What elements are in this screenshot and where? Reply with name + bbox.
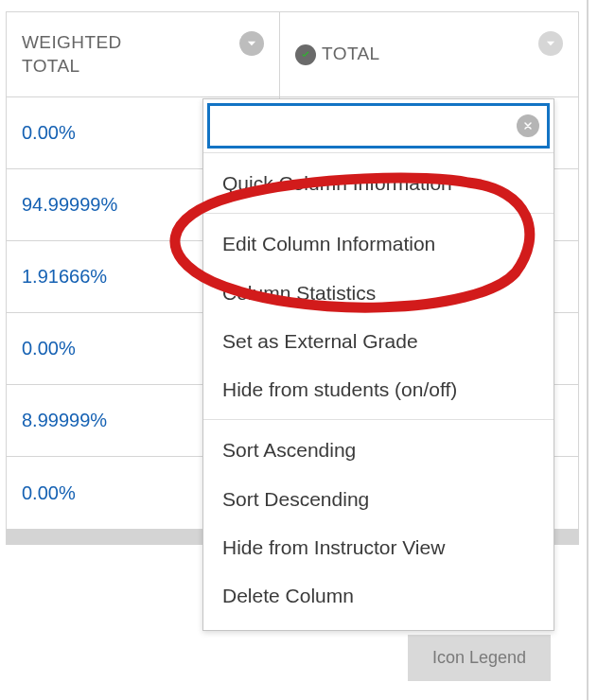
menu-item-delete-col[interactable]: Delete Column: [203, 571, 554, 620]
menu-item-set-external[interactable]: Set as External Grade: [203, 317, 554, 365]
col-header-label: TOTAL: [322, 43, 379, 66]
col-header-total: TOTAL: [280, 12, 578, 96]
menu-group: Quick Column Information: [203, 152, 554, 213]
col-header-label: WEIGHTED TOTAL: [22, 31, 173, 78]
menu-group: Sort Ascending Sort Descending Hide from…: [203, 419, 554, 625]
grade-value[interactable]: 0.00%: [22, 482, 76, 504]
column-menu-button-total[interactable]: [538, 31, 563, 56]
column-context-menu: Quick Column Information Edit Column Inf…: [202, 98, 554, 631]
grade-value[interactable]: 0.00%: [22, 338, 76, 359]
header-row: WEIGHTED TOTAL TOTAL: [7, 12, 578, 97]
icon-legend-button[interactable]: Icon Legend: [408, 635, 551, 681]
menu-item-sort-desc[interactable]: Sort Descending: [203, 475, 554, 523]
column-menu-button-weighted[interactable]: [239, 31, 264, 56]
menu-item-hide-instructor[interactable]: Hide from Instructor View: [203, 523, 554, 571]
menu-search-input[interactable]: [207, 103, 550, 149]
menu-item-quick-col-info[interactable]: Quick Column Information: [203, 159, 554, 207]
menu-group: Edit Column Information Column Statistic…: [203, 213, 554, 419]
external-grade-check-icon: [295, 44, 316, 65]
close-icon: [522, 120, 534, 131]
col-header-weighted-total: WEIGHTED TOTAL: [7, 12, 280, 96]
grade-value[interactable]: 1.91666%: [22, 266, 107, 288]
grade-value[interactable]: 8.99999%: [22, 410, 107, 431]
close-menu-button[interactable]: [517, 114, 539, 137]
menu-item-hide-students[interactable]: Hide from students (on/off): [203, 365, 554, 413]
menu-item-edit-col-info[interactable]: Edit Column Information: [203, 219, 554, 268]
menu-item-sort-asc[interactable]: Sort Ascending: [203, 426, 554, 474]
menu-item-col-stats[interactable]: Column Statistics: [203, 269, 554, 317]
outer-wrap: WEIGHTED TOTAL TOTAL 0.00% 94.99999%: [0, 0, 589, 700]
grade-value[interactable]: 0.00%: [22, 122, 76, 144]
chevron-down-icon: [544, 37, 557, 50]
chevron-down-icon: [245, 37, 258, 50]
grade-value[interactable]: 94.99999%: [22, 194, 117, 216]
